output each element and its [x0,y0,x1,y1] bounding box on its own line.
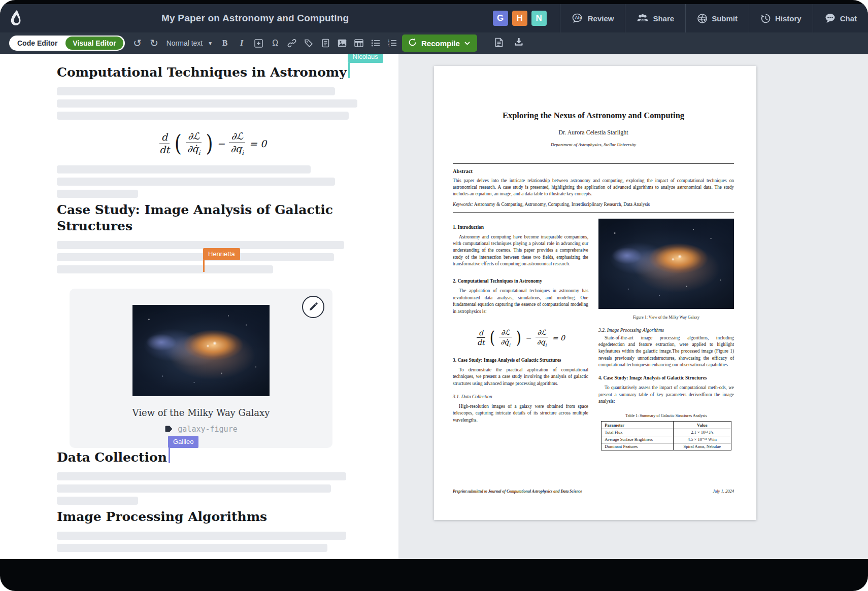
numbered-list-icon[interactable]: 1 2 3 [388,39,397,47]
section-text: High-resolution images of a galaxy were … [453,403,588,424]
svg-text:Ab: Ab [575,15,581,20]
chat-icon [824,13,836,23]
redo-icon[interactable]: ↻ [150,38,159,48]
visual-editor-toggle[interactable]: Visual Editor [65,37,123,50]
review-label: Review [588,14,614,23]
section-text: State-of-the-art image processing algori… [598,335,734,369]
cursor-caret [203,260,205,272]
overleaf-logo[interactable] [0,10,32,27]
abstract-text: This paper delves into the intricate rel… [453,178,734,198]
table-cell: Total Flux [602,429,674,436]
pdf-preview-pane[interactable]: Exploring the Nexus of Astronomy and Com… [398,54,868,559]
footer-date: July 1, 2024 [713,489,734,494]
history-button[interactable]: History [749,4,813,32]
collaborator-cursor-nicolaus: Nicolaus [348,63,350,78]
section-heading: 1. Introduction [453,225,588,230]
section-heading: 4. Case Study: Image Analysis of Galacti… [598,375,734,380]
table-row: Dominant FeaturesSpiral Arms, Nebulae [602,443,731,450]
tag-icon [164,425,173,433]
keywords-label: Keywords: [453,202,473,207]
editor-section-heading: Image Processing Algorithms [57,509,378,525]
leaf-icon [9,10,23,27]
italic-button[interactable]: I [237,39,246,48]
pdf-equation: ddt ( ∂ℒ∂q̇i ) − ∂ℒ∂qi = 0 [453,328,588,347]
chevron-down-icon: ▼ [208,41,213,46]
table-cell: 4.5 × 10⁻¹⁵ W/m [674,436,731,443]
editor-equation[interactable]: ddt ( ∂ℒ∂q̇i ) − ∂ℒ∂qi = 0 [47,131,378,156]
section-heading: 3. Case Study: Image Analysis of Galacti… [453,358,588,363]
avatar: N [531,11,547,26]
chat-label: Chat [840,14,857,23]
table-cell: Average Surface Brightness [602,436,674,443]
cursor-label: Galileo [168,436,198,448]
submit-button[interactable]: Submit [685,4,749,32]
figure-caption[interactable]: View of the Milky Way Galaxy [70,407,332,418]
placeholder-text-bar [57,87,335,95]
share-label: Share [653,14,674,23]
chat-button[interactable]: Chat [813,4,868,32]
placeholder-text-bar [57,165,311,173]
abstract-heading: Abstract [453,168,734,174]
paragraph-skeleton: Henrietta [57,241,378,273]
paragraph-style-dropdown[interactable]: Normal text ▼ [166,39,213,47]
undo-icon[interactable]: ↺ [133,38,142,48]
symbol-omega-icon[interactable]: Ω [271,39,280,48]
collaborator-cursor-galileo: Galileo [169,448,170,463]
paper-affiliation: Department of Astrophysics, Stellar Univ… [453,142,734,147]
editor-section-heading: Data CollectionGalileo [57,448,378,465]
table-header-cell: Parameter [602,421,674,429]
logs-file-icon[interactable] [495,38,503,49]
recompile-button[interactable]: Recompile [402,34,477,52]
visual-editor-pane[interactable]: Computational Techniques in AstronomyNic… [0,54,398,559]
download-pdf-icon[interactable] [514,38,523,49]
galaxy-image [132,305,270,396]
collaborator-avatars: G H N [493,4,560,32]
table-cell: 2.1 × 10¹² J/s [674,429,731,436]
citation-icon[interactable] [321,39,330,48]
bold-button[interactable]: B [220,39,229,48]
review-button[interactable]: Ab Review [560,4,625,32]
placeholder-text-bar [57,497,138,505]
editor-mode-toggle: Code Editor Visual Editor [9,36,125,51]
share-button[interactable]: Share [625,4,685,32]
link-icon[interactable] [287,39,296,48]
table-row: Average Surface Brightness4.5 × 10⁻¹⁵ W/… [602,436,731,443]
footer-preprint-note: Preprint submitted to Journal of Computa… [453,489,582,494]
cursor-label: Henrietta [203,248,240,260]
history-label: History [775,14,802,23]
history-icon [760,13,771,24]
section-text: Astronomy and computing have become inse… [453,234,588,268]
recompile-label: Recompile [421,39,460,48]
insert-image-icon[interactable] [338,39,347,47]
placeholder-text-bar [57,253,334,261]
pdf-footer: Preprint submitted to Journal of Computa… [453,489,734,509]
insert-table-icon[interactable] [354,39,363,47]
bullet-list-icon[interactable] [371,39,380,47]
section-text: The application of computational techniq… [453,288,588,315]
pdf-figure-image [598,219,734,309]
insert-math-icon[interactable] [254,39,263,48]
divider [453,212,734,213]
pdf-page: Exploring the Nexus of Astronomy and Com… [434,66,756,520]
figure-label[interactable]: galaxy-figure [178,425,237,434]
figure-widget[interactable]: View of the Milky Way Galaxy galaxy-figu… [70,289,332,448]
review-icon: Ab [572,13,584,23]
divider [453,163,734,164]
placeholder-text-bar [57,472,346,480]
table-cell: Dominant Features [602,443,674,450]
keywords-text: Astronomy & Computing, Astronomy, Comput… [474,202,650,207]
table-header-cell: Value [674,421,731,429]
table-row: Total Flux2.1 × 10¹² J/s [602,429,731,436]
paper-title: Exploring the Nexus of Astronomy and Com… [453,111,734,121]
keywords-line: Keywords: Astronomy & Computing, Astrono… [453,202,734,207]
subsection-heading: 3.2. Image Processing Algorithms [598,328,734,333]
table-caption: Table 1: Summary of Galactic Structures … [598,413,734,418]
edit-figure-button[interactable] [302,296,324,318]
subsection-heading: 3.1. Data Collection [453,394,588,399]
summary-table: ParameterValueTotal Flux2.1 × 10¹² J/sAv… [601,421,731,450]
figure-label-row: galaxy-figure [70,425,332,434]
title-bar: My Paper on Astronomy and Computing G H … [0,4,868,32]
section-heading: 2. Computational Techniques in Astronomy [453,279,588,284]
label-tag-icon[interactable] [304,39,313,48]
code-editor-toggle[interactable]: Code Editor [9,39,65,47]
